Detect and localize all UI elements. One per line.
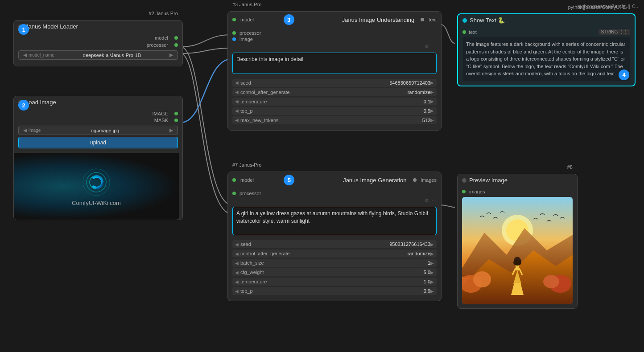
preview-image-svg <box>462 197 573 304</box>
jig-temp-row: ◀ temperature 1.0 ▶ <box>232 278 437 286</box>
jiu-prompt-textarea[interactable]: Describe this image in detail <box>232 53 437 74</box>
jiu-model-input[interactable] <box>232 18 236 21</box>
show-text-status-dot <box>462 18 467 23</box>
seed-left-arrow[interactable]: ◀ <box>235 80 239 85</box>
image-param-label: image <box>29 128 41 133</box>
image-output-port[interactable] <box>174 112 178 115</box>
janus-model-loader-node: #2 Janus-Pro Janus Model Loader model pr… <box>13 20 183 66</box>
jiu-topp-row: ◀ top_p 0.9 ▶ <box>232 107 437 115</box>
preview-body: images <box>458 186 577 308</box>
node1-label: #2 Janus-Pro <box>149 11 178 16</box>
badge-5: 5 <box>284 175 294 185</box>
jiu-image-label: image <box>239 37 253 42</box>
image-output-label: IMAGE <box>153 111 168 116</box>
badge-4: 4 <box>619 70 629 80</box>
show-text-body: text STRING ⋮⋮ 4 The image features a da… <box>458 26 635 86</box>
svg-point-16 <box>513 259 521 266</box>
show-text-header: Show Text 🐍 <box>458 14 635 26</box>
image-filename: og-image.jpg <box>42 128 168 133</box>
jig-model-label: model <box>240 177 254 183</box>
badge-3: 3 <box>284 14 294 25</box>
preview-title: Preview Image <box>469 177 508 184</box>
jig-seed-row: ◀ seed 950231276616433 ▶ <box>232 240 437 248</box>
string-badge: STRING ⋮⋮ <box>599 29 630 35</box>
mask-output-port[interactable] <box>174 119 178 122</box>
badge-1: 1 <box>18 24 29 35</box>
node1-title: Janus Model Loader <box>25 23 78 30</box>
processor-output-label: processor <box>147 42 168 48</box>
jiu-model-input-label: model <box>240 17 254 22</box>
jiu-temp-row: ◀ temperature 0.1 ▶ <box>232 98 437 106</box>
show-text-content: The image features a dark background wit… <box>462 37 630 81</box>
model-name-label: model_name <box>29 53 54 57</box>
janus-image-understanding-node: #3 Janus-Pro model 3 Janus Image Underst… <box>227 11 442 131</box>
janus-model-loader-header: Janus Model Loader <box>14 20 182 33</box>
show-text-input-label: text <box>469 29 477 35</box>
mask-output-label: MASK <box>154 118 168 123</box>
node7-label: #7 Janus-Pro <box>232 162 261 168</box>
preview-header: Preview Image <box>458 174 577 186</box>
jiu-image-input[interactable] <box>232 37 236 41</box>
model-name-selector[interactable]: ◀ model_name deepseek-ai/Janus-Pro-1B ▶ <box>18 50 178 60</box>
seed-right-arrow[interactable]: ▶ <box>430 80 434 85</box>
badge-2: 2 <box>18 100 29 111</box>
jig-control-row: ◀ control_after_generate randomize ▶ <box>232 250 437 258</box>
jig-processor-label: processor <box>239 191 261 196</box>
model-right-arrow[interactable]: ▶ <box>169 52 173 58</box>
jiu-header: model 3 Janus Image Understanding text <box>228 12 441 28</box>
load-image-body: IMAGE MASK 2 ◀ image og-image.jpg ▶ uplo… <box>14 108 182 153</box>
preview-images-input[interactable] <box>462 190 466 193</box>
jiu-title: Janus Image Understanding <box>342 16 415 23</box>
janus-image-generation-node: #7 Janus-Pro model 5 Janus Image Generat… <box>227 172 442 301</box>
show-text-node: pythongosssss/ComfyUI-C... Show Text 🐍 t… <box>457 13 636 86</box>
jig-cfg-row: ◀ cfg_weight 5.0 ▶ <box>232 268 437 276</box>
jiu-control-row: ◀ control_after_generate randomize ▶ <box>232 88 437 96</box>
preview-image-node: #8 Preview Image images <box>457 174 578 309</box>
jiu-seed-value: 546830659712403 <box>389 80 430 86</box>
svg-point-11 <box>543 275 559 288</box>
jig-images-output[interactable] <box>413 178 417 182</box>
node3-label: #3 Janus-Pro <box>232 2 261 7</box>
jig-prompt-textarea[interactable]: A girl in a yellow dress gazes at autumn… <box>232 207 437 235</box>
jiu-text-output-label: text <box>429 17 437 22</box>
model-output-label: model <box>155 35 168 41</box>
wiki-logo-svg <box>81 167 112 198</box>
preview-image-canvas <box>462 197 573 304</box>
jiu-text-output[interactable] <box>421 18 424 21</box>
preview-status-dot <box>462 178 466 183</box>
jig-header: model 5 Janus Image Generation images <box>228 172 441 188</box>
node1-body: model processor 1 ◀ model_name deepseek-… <box>14 33 182 66</box>
model-output-port[interactable] <box>174 36 178 40</box>
processor-output-port[interactable] <box>174 43 178 47</box>
show-text-title: Show Text 🐍 <box>470 17 505 24</box>
svg-point-0 <box>83 169 110 196</box>
jiu-body: processor image ⚙ ⋯ Describe this image … <box>228 28 441 130</box>
svg-point-9 <box>473 271 491 287</box>
jig-model-input[interactable] <box>232 178 236 182</box>
image-selector[interactable]: ◀ image og-image.jpg ▶ <box>18 126 178 135</box>
jig-images-output-label: images <box>421 177 437 183</box>
model-left-arrow[interactable]: ◀ <box>23 52 27 58</box>
wiki-logo-text: ComfyUI-WiKi.com <box>72 200 121 206</box>
load-image-node: Load Image IMAGE MASK 2 ◀ image og-image… <box>13 96 183 220</box>
wiki-logo-preview: ComfyUI-WiKi.com <box>14 153 179 220</box>
jiu-seed-row: ◀ seed 546830659712403 ▶ <box>232 79 437 87</box>
node2-title: Load Image <box>25 99 56 106</box>
jiu-processor-label: processor <box>239 30 261 36</box>
top-right-link-label: pythongosssss/ComfyUI-C... <box>568 4 630 10</box>
preview-images-label: images <box>469 189 485 194</box>
image-left-arrow[interactable]: ◀ <box>23 127 27 133</box>
jig-title: Janus Image Generation <box>343 177 406 184</box>
upload-button[interactable]: upload <box>18 137 178 148</box>
jig-body: processor ⚙ ⋯ A girl in a yellow dress g… <box>228 188 441 301</box>
jiu-processor-input[interactable] <box>232 31 236 35</box>
node8-label: #8 <box>567 164 573 170</box>
jig-batch-row: ◀ batch_size 1 ▶ <box>232 259 437 267</box>
load-image-header: Load Image <box>14 96 182 108</box>
show-text-input-port[interactable] <box>462 30 466 34</box>
model-name-value: deepseek-ai/Janus-Pro-1B <box>56 53 168 58</box>
jig-processor-input[interactable] <box>232 192 236 195</box>
jiu-maxtok-row: ◀ max_new_tokens 512 ▶ <box>232 116 437 124</box>
jig-topp-row: ◀ top_p 0.9 ▶ <box>232 287 437 295</box>
image-right-arrow[interactable]: ▶ <box>169 127 173 133</box>
